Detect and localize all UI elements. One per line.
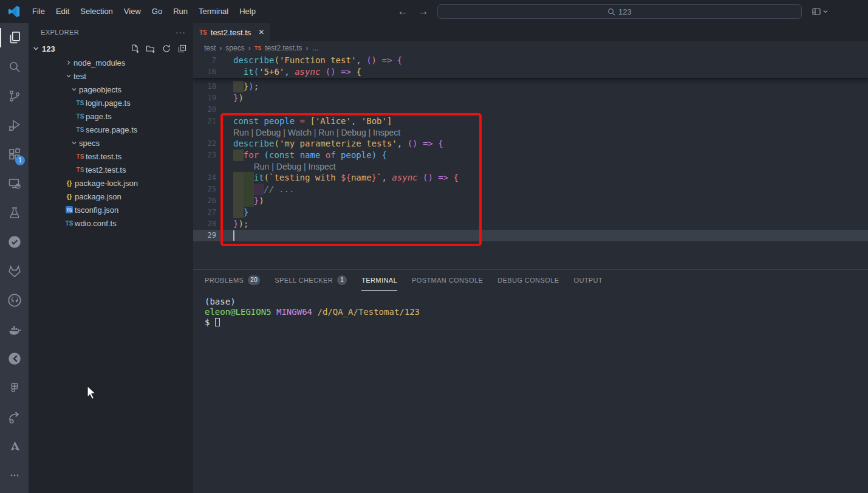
activity-circle-chevron-icon[interactable] bbox=[0, 344, 29, 373]
command-center-search[interactable]: 123 bbox=[437, 4, 802, 19]
tsconfig-file-icon: TS bbox=[66, 206, 73, 213]
panel-tab-debug-console[interactable]: DEBUG CONSOLE bbox=[497, 270, 559, 291]
activity-gitlab-icon[interactable] bbox=[0, 257, 29, 286]
chevron-down-icon bbox=[31, 44, 41, 53]
activity-check-circle-icon[interactable] bbox=[0, 227, 29, 257]
tree-item-test2-test-ts[interactable]: TStest2.test.ts bbox=[29, 163, 193, 176]
tree-item-package-lock-json[interactable]: {}package-lock.json bbox=[29, 176, 193, 190]
titlebar: FileEditSelectionViewGoRunTerminalHelp ←… bbox=[0, 0, 868, 23]
menubar: FileEditSelectionViewGoRunTerminalHelp bbox=[27, 4, 261, 19]
code-line-24[interactable]: 24 it(`testing with ${name}`, async () =… bbox=[193, 172, 868, 184]
panel-tab-output[interactable]: OUTPUT bbox=[573, 270, 603, 291]
tree-item-page-ts[interactable]: TSpage.ts bbox=[29, 109, 193, 123]
menu-file[interactable]: File bbox=[27, 4, 50, 19]
editor-decoration bbox=[233, 150, 244, 161]
code-line-28[interactable]: 28}); bbox=[193, 218, 868, 230]
new-folder-button[interactable] bbox=[146, 44, 155, 53]
activity-testing-flask-icon[interactable] bbox=[0, 198, 29, 227]
panel-tab-label: POSTMAN CONSOLE bbox=[412, 277, 483, 284]
tree-item-test[interactable]: test bbox=[29, 69, 193, 83]
code-line-21[interactable]: 21const people = ['Alice', 'Bob'] bbox=[193, 115, 868, 127]
activity-explorer-icon[interactable] bbox=[0, 23, 29, 52]
terminal-output[interactable]: (base)eleon@LEGION5 MINGW64 /d/QA_A/Test… bbox=[193, 291, 868, 328]
activity-github-icon[interactable] bbox=[0, 286, 29, 315]
tree-item-label: specs bbox=[79, 139, 100, 148]
menu-selection[interactable]: Selection bbox=[75, 4, 118, 19]
menu-edit[interactable]: Edit bbox=[50, 4, 75, 19]
menu-terminal[interactable]: Terminal bbox=[193, 4, 234, 19]
code-line-7[interactable]: 7describe('Function test', () => { bbox=[193, 55, 868, 66]
tree-item-test-test-ts[interactable]: TStest.test.ts bbox=[29, 150, 193, 163]
code-line-19[interactable]: 19}) bbox=[193, 92, 868, 104]
code-line-26[interactable]: 26 }) bbox=[193, 195, 868, 207]
activity-more-icon[interactable] bbox=[0, 461, 29, 490]
panel-tab-terminal[interactable]: TERMINAL bbox=[361, 270, 397, 291]
breadcrumb-item[interactable]: … bbox=[312, 44, 320, 52]
ts-test-file-icon: TS bbox=[75, 167, 86, 173]
code-line-23[interactable]: 23 for (const name of people) { bbox=[193, 150, 868, 161]
activity-extensions-icon[interactable]: 1 bbox=[0, 140, 29, 169]
code-editor[interactable]: 7describe('Function test', () => {16 it(… bbox=[193, 55, 868, 269]
panel-tab-badge: 20 bbox=[248, 275, 260, 285]
codelens-row[interactable]: Run | Debug | Inspect bbox=[193, 161, 868, 172]
activity-run-debug-icon[interactable] bbox=[0, 111, 29, 140]
codelens-row[interactable]: Run | Debug | Watch | Run | Debug | Insp… bbox=[193, 127, 868, 138]
code-line-20[interactable]: 20 bbox=[193, 104, 868, 115]
forward-arrow-icon[interactable]: → bbox=[417, 5, 430, 18]
activity-source-control-icon[interactable] bbox=[0, 81, 29, 111]
tree-item-wdio-conf-ts[interactable]: TSwdio.conf.ts bbox=[29, 216, 193, 230]
tab-test2-test-ts[interactable]: TS test2.test.ts ✕ bbox=[193, 23, 270, 41]
panel-tab-spell-checker[interactable]: SPELL CHECKER1 bbox=[275, 270, 347, 291]
tree-item-login-page-ts[interactable]: TSlogin.page.ts bbox=[29, 96, 193, 109]
tree-item-secure-page-ts[interactable]: TSsecure.page.ts bbox=[29, 123, 193, 136]
refresh-button[interactable] bbox=[162, 44, 171, 53]
editor-decoration bbox=[244, 195, 254, 207]
tree-item-pageobjects[interactable]: pageobjects bbox=[29, 83, 193, 96]
new-file-button[interactable] bbox=[130, 44, 140, 53]
code-line-18[interactable]: 18 }); bbox=[193, 81, 868, 92]
code-line-22[interactable]: 22describe('my parameterize tests', () =… bbox=[193, 138, 868, 150]
tree-item-node-modules[interactable]: node_modules bbox=[29, 56, 193, 69]
tab-label: test2.test.ts bbox=[211, 28, 251, 37]
menu-run[interactable]: Run bbox=[168, 4, 193, 19]
ts-test-file-icon: TS bbox=[75, 153, 86, 160]
editor-decoration bbox=[233, 195, 244, 207]
code-line-27[interactable]: 27 } bbox=[193, 207, 868, 218]
breadcrumb-item[interactable]: test bbox=[204, 44, 216, 52]
breadcrumb-item[interactable]: specs bbox=[225, 44, 244, 52]
code-line-29[interactable]: 29 bbox=[193, 230, 868, 241]
editor-decoration bbox=[254, 184, 264, 195]
workspace-root-row[interactable]: 123 bbox=[29, 41, 193, 56]
panel-tab-badge: 1 bbox=[337, 275, 347, 285]
line-number: 7 bbox=[193, 55, 227, 66]
breadcrumb-item[interactable]: test2.test.ts bbox=[265, 44, 302, 52]
code-line-25[interactable]: 25 // ... bbox=[193, 184, 868, 195]
close-tab-icon[interactable]: ✕ bbox=[258, 28, 264, 36]
activity-search-icon[interactable] bbox=[0, 52, 29, 81]
chevron-down-icon bbox=[64, 72, 73, 80]
code-lines: 18 });19})2021const people = ['Alice', '… bbox=[193, 81, 868, 241]
tree-item-package-json[interactable]: {}package.json bbox=[29, 190, 193, 203]
tree-item-specs[interactable]: specs bbox=[29, 136, 193, 150]
menu-go[interactable]: Go bbox=[146, 4, 168, 19]
explorer-more-icon[interactable]: ··· bbox=[176, 27, 186, 37]
nav-arrows: ← → bbox=[396, 5, 430, 18]
activity-remote-explorer-icon[interactable] bbox=[0, 169, 29, 198]
tree-item-label: tsconfig.json bbox=[75, 205, 118, 215]
code-line-16[interactable]: 16 it('5+6', async () => { bbox=[193, 66, 868, 78]
tree-item-tsconfig-json[interactable]: TStsconfig.json bbox=[29, 203, 193, 216]
collapse-all-button[interactable] bbox=[177, 44, 187, 53]
layout-toggle-button[interactable] bbox=[812, 7, 829, 16]
menu-help[interactable]: Help bbox=[234, 4, 261, 19]
activity-figma-icon[interactable] bbox=[0, 373, 29, 402]
panel-tab-postman-console[interactable]: POSTMAN CONSOLE bbox=[412, 270, 483, 291]
line-number: 18 bbox=[193, 81, 227, 92]
panel-tab-problems[interactable]: PROBLEMS20 bbox=[205, 270, 260, 291]
back-arrow-icon[interactable]: ← bbox=[396, 5, 409, 18]
panel-tab-label: TERMINAL bbox=[361, 277, 397, 284]
activity-live-share-icon[interactable] bbox=[0, 402, 29, 432]
activity-docker-icon[interactable] bbox=[0, 315, 29, 344]
breadcrumb-separator: › bbox=[219, 44, 222, 52]
activity-azure-icon[interactable] bbox=[0, 432, 29, 461]
menu-view[interactable]: View bbox=[118, 4, 146, 19]
